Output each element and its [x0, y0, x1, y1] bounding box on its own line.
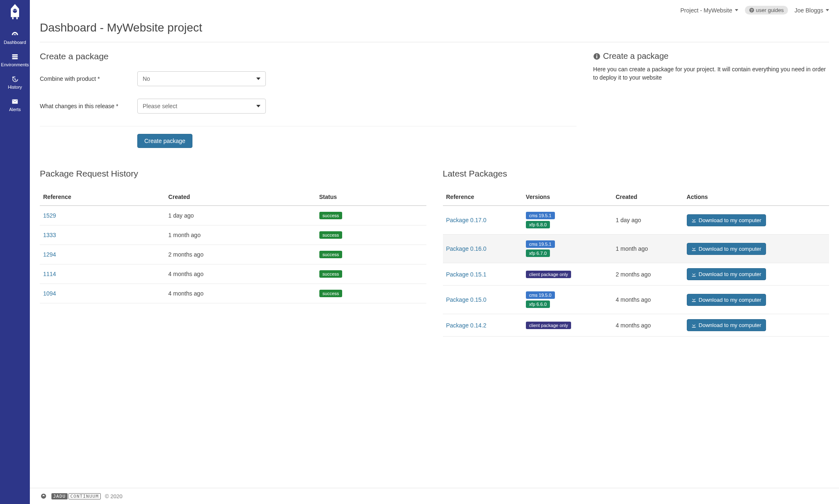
table-row: 12942 months agosuccess: [40, 245, 426, 264]
envelope-icon: [10, 98, 19, 105]
latest-col-reference: Reference: [443, 189, 523, 206]
sidebar-item-label: Dashboard: [0, 40, 30, 45]
history-created: 1 day ago: [165, 206, 316, 225]
download-icon: [691, 218, 696, 223]
gauge-icon: [10, 31, 19, 38]
history-created: 1 month ago: [165, 225, 316, 245]
history-title: Package Request History: [40, 169, 426, 179]
download-icon: [691, 323, 696, 328]
sidebar-item-history[interactable]: History: [0, 71, 30, 94]
project-dropdown[interactable]: Project - MyWebsite: [681, 7, 738, 14]
changes-value: Please select: [143, 103, 177, 109]
sidebar-item-label: History: [0, 85, 30, 90]
history-created: 4 months ago: [165, 264, 316, 284]
svg-point-2: [15, 10, 16, 11]
user-label: Joe Bloggs: [795, 7, 823, 14]
changes-label: What changes in this release *: [40, 103, 137, 109]
brand-logo: [7, 2, 22, 21]
history-reference-link[interactable]: 1333: [43, 232, 56, 238]
package-versions: cms 19.5.1xfp 6.7.0: [523, 235, 613, 263]
package-reference-link[interactable]: Package 0.14.2: [446, 322, 486, 329]
history-reference-link[interactable]: 1094: [43, 290, 56, 297]
info-icon: [593, 53, 601, 60]
svg-rect-6: [12, 56, 18, 58]
package-created: 4 months ago: [612, 314, 683, 337]
create-package-button[interactable]: Create package: [137, 134, 192, 148]
divider: [40, 42, 829, 42]
history-created: 2 months ago: [165, 245, 316, 264]
create-package-title: Create a package: [40, 51, 576, 61]
download-icon: [691, 297, 696, 302]
history-created: 4 months ago: [165, 284, 316, 303]
changes-select[interactable]: Please select: [137, 99, 266, 114]
sidebar-item-alerts[interactable]: Alerts: [0, 94, 30, 116]
download-button[interactable]: Download to my computer: [687, 319, 766, 331]
footer: JADU CONTINUUM © 2020: [30, 488, 839, 504]
package-created: 2 months ago: [612, 263, 683, 286]
history-reference-link[interactable]: 1529: [43, 212, 56, 219]
combine-label: Combine with product *: [40, 75, 137, 82]
table-row: 13331 month agosuccess: [40, 225, 426, 245]
svg-rect-4: [16, 17, 17, 19]
package-versions: client package only: [523, 263, 613, 286]
package-reference-link[interactable]: Package 0.17.0: [446, 217, 486, 223]
scroll-top-button[interactable]: [40, 492, 47, 500]
help-icon: ?: [749, 7, 754, 13]
combine-select[interactable]: No: [137, 71, 266, 86]
download-button[interactable]: Download to my computer: [687, 214, 766, 226]
table-row: Package 0.15.0cms 19.5.0xfp 6.6.04 month…: [443, 286, 829, 314]
user-dropdown[interactable]: Joe Bloggs: [795, 7, 829, 14]
package-versions: cms 19.5.0xfp 6.6.0: [523, 286, 613, 314]
package-versions: cms 19.5.1xfp 6.8.0: [523, 206, 613, 235]
svg-rect-12: [596, 54, 597, 55]
package-reference-link[interactable]: Package 0.15.1: [446, 271, 486, 278]
history-col-status: Status: [316, 189, 426, 206]
download-button[interactable]: Download to my computer: [687, 243, 766, 255]
chevron-down-icon: [735, 9, 738, 11]
project-label: Project - MyWebsite: [681, 7, 732, 14]
history-table: Reference Created Status 15291 day agosu…: [40, 189, 426, 303]
version-badge: xfp 6.6.0: [526, 300, 550, 308]
version-badge: cms 19.5.0: [526, 291, 555, 299]
info-body: Here you can create a package for your p…: [593, 65, 829, 82]
history-reference-link[interactable]: 1294: [43, 251, 56, 258]
table-row: Package 0.14.2client package only4 month…: [443, 314, 829, 337]
sidebar-item-dashboard[interactable]: Dashboard: [0, 27, 30, 49]
table-row: Package 0.17.0cms 19.5.1xfp 6.8.01 day a…: [443, 206, 829, 235]
user-guides-button[interactable]: ? user guides: [745, 6, 788, 15]
download-button[interactable]: Download to my computer: [687, 268, 766, 280]
server-icon: [10, 53, 19, 61]
download-icon: [691, 272, 696, 277]
package-created: 1 month ago: [612, 235, 683, 263]
sidebar-item-environments[interactable]: Environments: [0, 49, 30, 71]
footer-copyright: © 2020: [105, 493, 122, 499]
sidebar-item-label: Alerts: [0, 107, 30, 112]
sidebar: Dashboard Environments History Alerts: [0, 0, 30, 504]
package-created: 1 day ago: [612, 206, 683, 235]
combine-value: No: [143, 75, 150, 82]
package-reference-link[interactable]: Package 0.16.0: [446, 245, 486, 252]
latest-title: Latest Packages: [443, 169, 829, 179]
status-badge: success: [319, 251, 343, 258]
user-guides-label: user guides: [756, 7, 784, 13]
latest-col-versions: Versions: [523, 189, 613, 206]
svg-rect-3: [12, 17, 13, 19]
svg-rect-11: [596, 56, 597, 58]
download-button[interactable]: Download to my computer: [687, 294, 766, 306]
chevron-down-icon: [256, 78, 260, 80]
status-badge: success: [319, 212, 343, 219]
history-col-created: Created: [165, 189, 316, 206]
history-icon: [10, 75, 19, 83]
info-title: Create a package: [593, 51, 829, 61]
svg-point-1: [13, 10, 14, 11]
download-icon: [691, 246, 696, 251]
svg-rect-5: [12, 54, 18, 56]
latest-table: Reference Versions Created Actions Packa…: [443, 189, 829, 337]
divider: [40, 126, 576, 126]
history-reference-link[interactable]: 1114: [43, 271, 56, 277]
history-col-reference: Reference: [40, 189, 165, 206]
package-reference-link[interactable]: Package 0.15.0: [446, 296, 486, 303]
version-badge: client package only: [526, 271, 571, 278]
version-badge: cms 19.5.1: [526, 212, 555, 219]
status-badge: success: [319, 231, 343, 239]
